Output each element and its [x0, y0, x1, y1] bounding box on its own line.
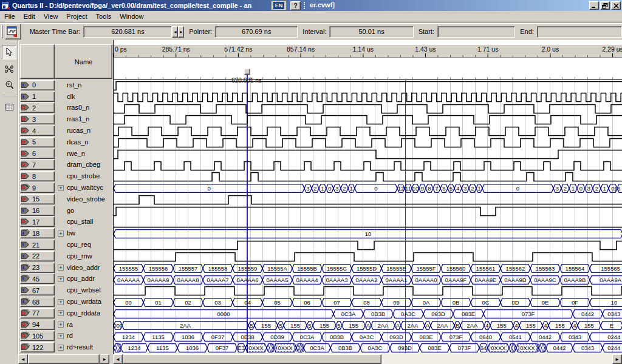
menu-view[interactable]: View	[39, 12, 63, 21]
signal-select-button[interactable]: 7	[20, 160, 55, 170]
language-help-button[interactable]: ?	[290, 1, 301, 10]
menu-project[interactable]: Project	[62, 12, 91, 21]
svg-text:0AAAA0: 0AAAA0	[415, 277, 437, 283]
svg-text:155: 155	[349, 322, 358, 329]
svg-text:155556: 155556	[149, 265, 168, 272]
signal-row-cpu_rnw[interactable]: 22cpu_rnw	[19, 251, 114, 262]
grid-tool-button[interactable]	[2, 99, 16, 114]
signal-name: cpu_wrdata	[67, 298, 101, 305]
language-bar-grip[interactable]	[304, 2, 306, 9]
language-bar[interactable]: EN	[271, 1, 287, 10]
signal-select-button[interactable]: 67	[20, 285, 55, 295]
wave-scroll-left-button[interactable]: ◄	[113, 354, 123, 364]
signal-select-button[interactable]: 23	[20, 263, 55, 273]
wave-scrollbar-thumb[interactable]	[123, 354, 381, 364]
name-scroll-left-button[interactable]: ◄	[18, 354, 28, 364]
signal-row-rd[interactable]: 105+rd	[19, 331, 114, 342]
time-bar-next-button[interactable]: ►	[178, 26, 184, 38]
signal-row-cpu_strobe[interactable]: 8cpu_strobe	[19, 170, 114, 182]
signal-select-button[interactable]: 45	[20, 274, 55, 284]
title-bar[interactable]: Quartus II - D:/d/pentevo/fpga/_ver0.00/…	[0, 0, 622, 11]
signal-select-button[interactable]: 105	[20, 331, 55, 341]
signal-select-button[interactable]: 2	[20, 103, 55, 113]
waveform-panel[interactable]: 0 ps285.71 ns571.42 ns857.14 ns1.14 us1.…	[113, 40, 622, 354]
signal-select-button[interactable]: 16	[20, 206, 55, 216]
signal-row-cpu_wrbsel[interactable]: 67cpu_wrbsel	[19, 285, 114, 296]
signal-row-bw[interactable]: 18+bw	[19, 228, 114, 239]
selection-tool-button[interactable]	[2, 45, 16, 59]
close-button[interactable]	[611, 1, 621, 10]
svg-text:04: 04	[244, 299, 251, 306]
time-bar-prev-button[interactable]: ◄	[172, 26, 178, 38]
expand-icon[interactable]: +	[58, 333, 64, 339]
signal-select-button[interactable]: 68	[20, 297, 55, 307]
time-bar-handle[interactable]	[244, 69, 250, 75]
signal-select-button[interactable]: 77	[20, 308, 55, 318]
svg-text:155: 155	[320, 322, 329, 329]
signal-row-rwe_n[interactable]: 6rwe_n	[19, 148, 114, 160]
expand-icon[interactable]: +	[58, 310, 64, 316]
expand-icon[interactable]: +	[58, 299, 64, 305]
signal-select-button[interactable]: 1	[20, 92, 55, 102]
signal-row-rucas_n[interactable]: 4rucas_n	[19, 125, 114, 136]
menu-edit[interactable]: Edit	[19, 12, 39, 21]
signal-select-button[interactable]: 4	[20, 126, 55, 136]
signal-row-rras0_n[interactable]: 2rras0_n	[19, 103, 114, 114]
signal-select-button[interactable]: 8	[20, 171, 55, 181]
signal-row-cpu_req[interactable]: 21cpu_req	[19, 239, 114, 251]
signal-row-cpu_wrdata[interactable]: 68+cpu_wrdata	[19, 296, 114, 308]
signal-select-button[interactable]: 5	[20, 137, 55, 147]
signal-row-cpu_rddata[interactable]: 77+cpu_rddata	[19, 308, 114, 319]
svg-text:0A: 0A	[423, 299, 430, 306]
wave-scroll-right-button[interactable]: ►	[612, 354, 622, 364]
signal-select-button[interactable]: 94	[20, 320, 55, 330]
time-bar-strip[interactable]: 620.681 ns	[114, 58, 622, 79]
expand-icon[interactable]: +	[58, 265, 64, 271]
name-scrollbar-thumb[interactable]	[28, 354, 100, 364]
signal-select-button[interactable]: 122	[20, 342, 55, 352]
expand-icon[interactable]: +	[58, 276, 64, 282]
signal-row-rst_n[interactable]: 0rst_n	[19, 79, 114, 91]
signal-row-go[interactable]: 16go	[19, 205, 114, 217]
signal-row-dram_cbeg[interactable]: 7dram_cbeg	[19, 160, 114, 171]
minimize-button[interactable]	[589, 1, 599, 10]
menu-file[interactable]: File	[0, 12, 19, 21]
zoom-tool-button[interactable]	[2, 78, 16, 92]
master-time-bar-field[interactable]: 620.681 ns	[83, 26, 172, 38]
signal-row-rlcas_n[interactable]: 5rlcas_n	[19, 136, 114, 148]
svg-text:155560: 155560	[446, 265, 466, 272]
waveform-rows[interactable]: 0321032101211109876543210321032101610155…	[114, 79, 622, 353]
end-label: End:	[520, 28, 534, 35]
waveform-editor-button[interactable]	[5, 24, 21, 39]
signal-row-cpu_waitcyc[interactable]: 9+cpu_waitcyc	[19, 182, 114, 194]
toolbar-grip[interactable]	[1, 25, 3, 38]
signal-select-button[interactable]: 15	[20, 194, 55, 204]
signal-select-button[interactable]: 18	[20, 228, 55, 238]
time-bar-tool-button[interactable]	[2, 62, 16, 76]
signal-row-video_addr[interactable]: 23+video_addr	[19, 262, 114, 274]
signal-select-button[interactable]: 21	[20, 240, 55, 250]
name-scroll-right-button[interactable]: ►	[100, 354, 109, 364]
time-ruler[interactable]: 0 ps285.71 ns571.42 ns857.14 ns1.14 us1.…	[114, 44, 622, 58]
menu-tools[interactable]: Tools	[92, 12, 116, 21]
signal-row-clk[interactable]: 1clk	[19, 91, 114, 103]
expand-icon[interactable]: +	[58, 231, 64, 237]
signal-row-rd~result[interactable]: 122+rd~result	[19, 342, 114, 353]
signal-select-button[interactable]: 22	[20, 251, 55, 261]
signal-select-button[interactable]: 3	[20, 114, 55, 124]
expand-icon[interactable]: +	[58, 322, 64, 328]
signal-row-ra[interactable]: 94+ra	[19, 319, 114, 331]
signal-row-rras1_n[interactable]: 3rras1_n	[19, 113, 114, 125]
signal-select-button[interactable]: 6	[20, 149, 55, 159]
expand-icon[interactable]: +	[58, 185, 64, 191]
signal-select-button[interactable]: 9	[20, 183, 55, 193]
signal-row-cpu_stall[interactable]: 17cpu_stall	[19, 217, 114, 228]
restore-button[interactable]	[600, 1, 610, 10]
signal-select-button[interactable]: 17	[20, 217, 55, 227]
signal-row-cpu_addr[interactable]: 45+cpu_addr	[19, 274, 114, 285]
signal-row-video_strobe[interactable]: 15video_strobe	[19, 194, 114, 205]
expand-icon[interactable]: +	[58, 345, 64, 351]
svg-text:0F: 0F	[572, 299, 578, 306]
signal-select-button[interactable]: 0	[20, 80, 55, 90]
menu-window[interactable]: Window	[115, 12, 148, 21]
